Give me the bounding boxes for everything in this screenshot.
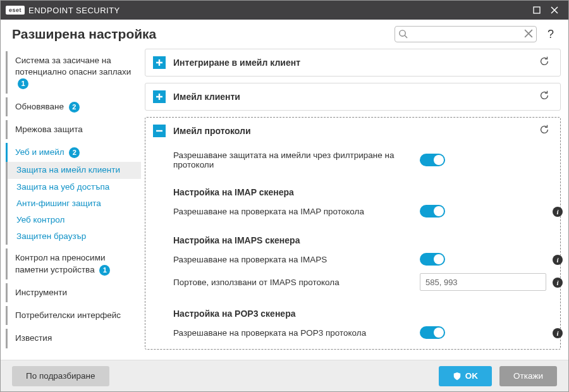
sidebar-item-web-access[interactable]: Защита на уеб достъпа <box>6 179 141 195</box>
panel-header[interactable]: Имейл протоколи <box>145 118 560 144</box>
reset-icon[interactable] <box>539 124 553 138</box>
panel-header[interactable]: Имейл клиенти <box>145 83 560 110</box>
sidebar-item-antiphishing[interactable]: Анти-фишинг защита <box>6 195 141 212</box>
label: Разрешаване на проверката на IMAP проток… <box>173 207 413 216</box>
sidebar-item-web-email[interactable]: Уеб и имейл 2 <box>6 143 141 162</box>
content-area[interactable]: Интегриране в имейл клиент Имейл клиенти <box>141 46 568 360</box>
label: Разрешаване на проверката на POP3 проток… <box>173 328 413 338</box>
sidebar-item-ui[interactable]: Потребителски интерфейс <box>6 306 141 325</box>
help-button[interactable]: ? <box>544 28 557 41</box>
body: Система за засичане на потенциално опасн… <box>1 46 568 360</box>
collapse-icon <box>153 125 166 137</box>
expand-icon <box>153 90 166 103</box>
info-icon[interactable]: i <box>553 207 563 217</box>
row-pop3-enable: Разрешаване на проверката на POP3 проток… <box>173 322 551 343</box>
badge: 1 <box>99 265 110 276</box>
row-imap-enable: Разрешаване на проверката на IMAP проток… <box>173 201 551 221</box>
row-imaps-ports: Портове, използвани от IMAPS протокола i <box>173 269 551 295</box>
badge: 2 <box>69 147 80 158</box>
row-enable-protocol-filtering: Разрешаване защитата на имейли чрез филт… <box>173 147 551 173</box>
sidebar-item-notifications[interactable]: Известия <box>6 329 141 348</box>
sidebar-item-web-control[interactable]: Уеб контрол <box>6 212 141 228</box>
toggle-pop3[interactable] <box>420 326 445 339</box>
sidebar-item-email-client-protection[interactable]: Защита на имейл клиенти <box>6 162 141 178</box>
window-close-button[interactable] <box>546 1 563 19</box>
panel-header[interactable]: Интегриране в имейл клиент <box>145 49 560 76</box>
default-button[interactable]: По подразбиране <box>12 366 109 386</box>
cancel-button[interactable]: Откажи <box>499 366 557 386</box>
search-input[interactable] <box>395 26 537 42</box>
label: Портове, използвани от IMAPS протокола <box>173 278 413 287</box>
toggle-imaps[interactable] <box>420 253 445 266</box>
shield-icon <box>453 372 462 381</box>
info-icon[interactable]: i <box>553 278 563 288</box>
section-pop3-heading: Настройка на POP3 скенера <box>173 309 551 319</box>
panel-email-clients: Имейл клиенти <box>145 83 561 111</box>
window-maximize-button[interactable] <box>528 1 546 19</box>
reset-icon[interactable] <box>539 56 553 70</box>
brand-badge: eset <box>6 6 25 15</box>
panel-body: Разрешаване защитата на имейли чрез филт… <box>145 144 560 349</box>
brand-text: ENDPOINT SECURITY <box>28 6 120 15</box>
sidebar-item-tools[interactable]: Инструменти <box>6 283 141 302</box>
titlebar: eset ENDPOINT SECURITY <box>1 1 568 20</box>
sidebar-item-secure-browser[interactable]: Защитен браузър <box>6 228 141 245</box>
expand-icon <box>153 56 166 69</box>
badge: 2 <box>69 102 80 113</box>
sidebar-item-update[interactable]: Обновяване 2 <box>6 97 141 116</box>
toggle-enable-filtering[interactable] <box>420 154 445 166</box>
footer: По подразбиране OK Откажи <box>1 360 568 391</box>
app-window: eset ENDPOINT SECURITY Разширена настрой… <box>0 0 569 392</box>
info-icon[interactable]: i <box>553 328 563 338</box>
sidebar-item-detection[interactable]: Система за засичане на потенциално опасн… <box>6 51 141 94</box>
search-box <box>395 26 537 42</box>
badge: 1 <box>18 78 28 89</box>
search-icon <box>398 29 408 41</box>
reset-icon[interactable] <box>539 90 553 104</box>
label: Разрешаване защитата на имейли чрез филт… <box>173 150 413 169</box>
page-title: Разширена настройка <box>12 27 156 42</box>
panel-email-protocols: Имейл протоколи Разрешаване защитата на … <box>145 117 561 350</box>
sidebar: Система за засичане на потенциално опасн… <box>1 46 141 360</box>
row-imaps-enable: Разрешаване на проверката на IMAPS i <box>173 249 551 269</box>
clear-search-icon[interactable] <box>524 29 533 40</box>
label: Разрешаване на проверката на IMAPS <box>173 255 413 264</box>
section-imaps-heading: Настройка на IMAPS скенера <box>173 235 551 245</box>
svg-point-1 <box>400 30 405 36</box>
panel-email-client-integration: Интегриране в имейл клиент <box>145 49 561 77</box>
header-row: Разширена настройка ? <box>1 20 568 46</box>
ok-button[interactable]: OK <box>439 366 492 386</box>
sidebar-item-network[interactable]: Мрежова защита <box>6 120 141 139</box>
input-imaps-ports[interactable] <box>420 273 546 291</box>
toggle-imap[interactable] <box>420 205 445 217</box>
sidebar-item-removable-media[interactable]: Контрол на преносими паметни устройства … <box>6 248 141 279</box>
info-icon[interactable]: i <box>553 255 563 265</box>
svg-rect-0 <box>534 7 540 13</box>
section-imap-heading: Настройка на IMAP скенера <box>173 187 551 197</box>
